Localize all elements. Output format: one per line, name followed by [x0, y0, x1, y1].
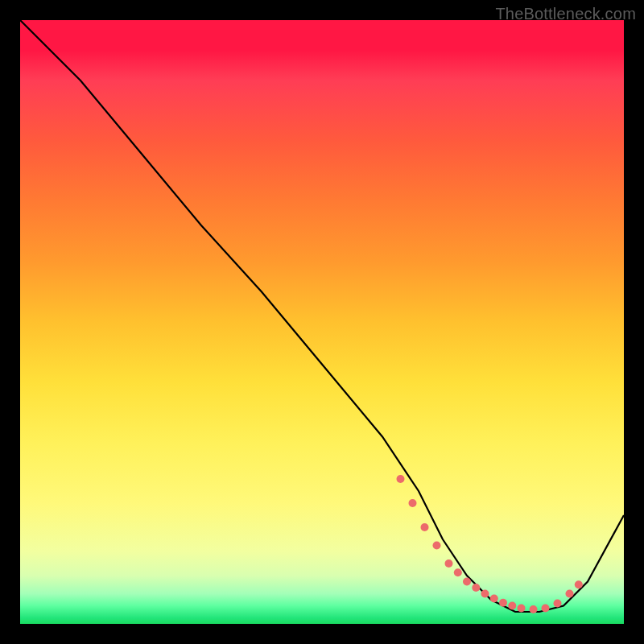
marker-dot [508, 602, 516, 610]
curve-markers [397, 475, 583, 613]
curve-line [20, 20, 624, 612]
marker-dot [463, 578, 471, 586]
marker-dot [490, 595, 498, 603]
marker-dot [481, 590, 489, 598]
marker-dot [433, 542, 441, 550]
chart-svg [20, 20, 624, 624]
marker-dot [518, 605, 526, 613]
marker-dot [472, 584, 480, 592]
marker-dot [397, 475, 405, 483]
marker-dot [409, 499, 417, 507]
marker-dot [542, 605, 550, 613]
marker-dot [554, 600, 562, 608]
marker-dot [566, 590, 574, 598]
plot-area [20, 20, 624, 624]
marker-dot [445, 559, 453, 568]
marker-dot [530, 605, 538, 613]
marker-dot [421, 523, 429, 531]
marker-dot [454, 568, 462, 576]
chart-container: TheBottleneck.com [0, 0, 644, 644]
marker-dot [575, 580, 583, 588]
marker-dot [499, 599, 507, 607]
